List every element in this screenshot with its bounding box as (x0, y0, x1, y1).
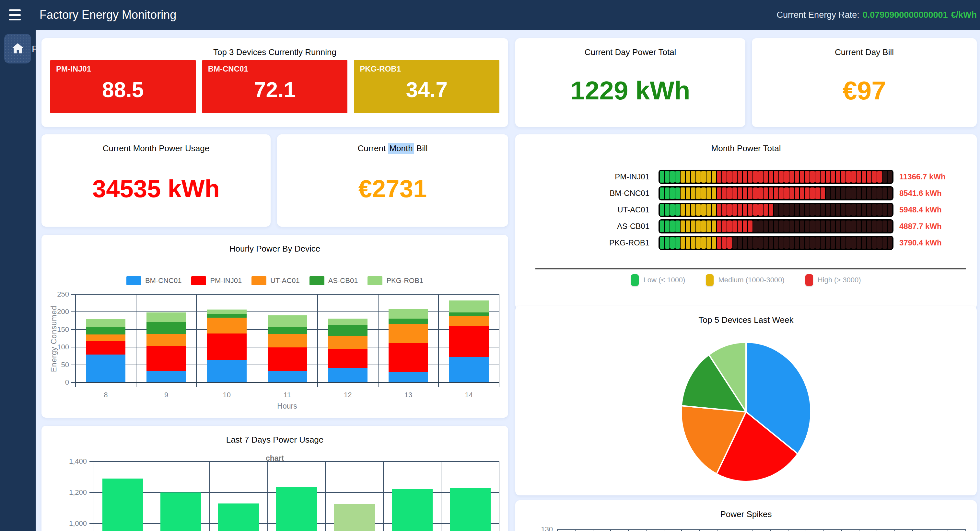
x-tick-label: 14 (465, 391, 473, 399)
gauge-segment (826, 220, 830, 232)
gauge-segment (722, 187, 727, 199)
gauge-segment (784, 220, 789, 232)
gauge-segment (867, 237, 872, 249)
gauge-segment (795, 237, 799, 249)
gauge-segment (774, 187, 778, 199)
gauge-segment (795, 187, 799, 199)
x-tick (664, 529, 664, 531)
y-tick (71, 347, 75, 347)
gauge-segment (717, 187, 721, 199)
bar-segment-BM-CNC01 (268, 371, 307, 382)
gauge-segment (758, 237, 763, 249)
y-tick-label: 0 (46, 378, 69, 387)
gauge-segment (851, 237, 856, 249)
bar-segment-PKG-ROB1 (388, 309, 428, 319)
gauge-segment (696, 204, 701, 216)
gauge-segment (826, 237, 830, 249)
x-axis-line (557, 529, 966, 530)
legend-item: BM-CNC01 (126, 276, 181, 285)
gauge-segment (727, 220, 732, 232)
device-tile: PKG-ROB134.7 (354, 60, 500, 113)
day-bar (161, 493, 201, 531)
gauge-segment (841, 171, 845, 182)
gauge-segment (753, 220, 758, 232)
gauge-segment (810, 171, 815, 182)
gauge-segment (675, 187, 680, 199)
gauge-bar (659, 170, 894, 184)
gauge-segment (877, 204, 882, 216)
gauge-segment (732, 204, 737, 216)
gauge-segment (748, 220, 752, 232)
gauge-segment (805, 187, 810, 199)
gauge-segment (856, 187, 861, 199)
gauge-segment (856, 171, 861, 182)
bar-segment-AS-CB01 (146, 322, 186, 334)
day-power-total-value: 1229 kWh (570, 78, 690, 104)
sidebar: F (0, 30, 36, 531)
gauge-device-label: AS-CB01 (552, 222, 659, 231)
gauge-segment (769, 171, 773, 182)
bar-segment-BM-CNC01 (207, 360, 247, 382)
stacked-bar-plot: 050100150200250891011121314 (75, 294, 499, 382)
gauge-segment (789, 237, 794, 249)
gauge-segment (867, 171, 872, 182)
gauge-segment (681, 237, 685, 249)
x-tick (806, 529, 806, 531)
gauge-segment (660, 204, 664, 216)
x-tick (841, 529, 842, 531)
gauge-value: 5948.4 kWh (899, 205, 942, 214)
v-gridline (267, 461, 268, 531)
gauge-segment (784, 171, 789, 182)
device-gauges: PM-INJ0111366.7 kWhBM-CNC018541.6 kWhUT-… (515, 170, 977, 252)
gauge-segment (841, 187, 845, 199)
gauge-segment (815, 237, 820, 249)
y-tick-label: 1,000 (64, 519, 87, 528)
gauge-segment (706, 220, 711, 232)
gauge-bar (659, 203, 894, 217)
gauge-segment (738, 237, 742, 249)
x-tick-label: 12 (344, 391, 352, 399)
x-tick (930, 529, 931, 531)
gauge-segment (722, 220, 727, 232)
gauge-segment (706, 237, 711, 249)
device-tiles: PM-INJ0188.5BM-CNC0172.1PKG-ROB134.7 (50, 60, 500, 113)
bar-segment-AS-CB01 (388, 319, 428, 324)
card-day-power-total: Current Day Power Total 1229 kWh (515, 38, 745, 127)
device-tile: BM-CNC0172.1 (202, 60, 348, 113)
device-tile: PM-INJ0188.5 (50, 60, 196, 113)
bar-segment-PKG-ROB1 (86, 319, 126, 327)
y-tick (89, 492, 94, 493)
card-title: Current Day Power Total (515, 38, 745, 57)
gauge-segment (665, 171, 670, 182)
v-gridline (438, 294, 439, 382)
v-gridline (75, 294, 76, 382)
v-gridline (317, 294, 318, 382)
month-bill-value: €2731 (358, 176, 427, 201)
gauge-segment (701, 171, 706, 182)
gauge-segment (862, 204, 866, 216)
gauge-segment (851, 171, 856, 182)
day-bar (218, 504, 259, 531)
legend-label: High (> 3000) (818, 276, 861, 284)
home-button[interactable] (4, 34, 31, 63)
top-app-bar: Factory Energy Monitoring Current Energy… (0, 0, 980, 30)
day-bar (450, 488, 491, 531)
bar-segment-AS-CB01 (86, 327, 126, 334)
bar-segment-UT-AC01 (207, 318, 247, 333)
y-axis-line (94, 461, 94, 531)
gauge-segment (815, 171, 820, 182)
legend-color-chip (631, 274, 639, 286)
gauge-segment (883, 237, 887, 249)
chart-legend: BM-CNC01PM-INJ01UT-AC01AS-CB01PKG-ROB1 (41, 276, 508, 285)
divider (535, 268, 966, 269)
gauge-segment (675, 204, 680, 216)
gauge-segment (738, 171, 742, 182)
hamburger-menu-icon[interactable] (9, 10, 22, 21)
legend-color-swatch (126, 276, 141, 285)
x-tick (877, 529, 877, 531)
month-power-usage-value: 34535 kWh (92, 176, 220, 201)
x-tick (257, 382, 257, 387)
selected-text: Month (388, 143, 414, 154)
legend-item: PKG-ROB1 (368, 276, 423, 285)
bar-segment-UT-AC01 (268, 334, 307, 347)
